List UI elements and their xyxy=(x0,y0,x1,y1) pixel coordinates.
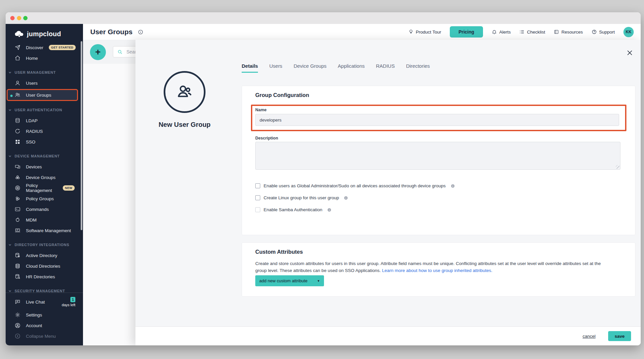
sidebar-item-cloud-directories[interactable]: Cloud Directories xyxy=(6,261,83,271)
user-group-avatar-icon xyxy=(164,71,205,113)
checklist-button[interactable]: Checklist xyxy=(519,29,545,35)
group-name-input[interactable] xyxy=(255,114,619,126)
software-management-icon xyxy=(15,227,21,233)
panel-title: New User Group xyxy=(135,121,234,129)
sidebar-item-device-groups[interactable]: Device Groups xyxy=(6,172,83,183)
custom-attributes-heading: Custom Attributes xyxy=(255,249,303,255)
info-icon[interactable] xyxy=(344,196,348,200)
sidebar-item-sso[interactable]: SSO xyxy=(6,136,83,147)
mdm-apple-icon xyxy=(15,217,21,223)
bell-icon xyxy=(492,29,497,35)
add-group-button[interactable]: + xyxy=(90,44,106,60)
sidebar-item-policy-groups[interactable]: Policy Groups xyxy=(6,193,83,204)
home-icon xyxy=(15,55,21,61)
sidebar-item-users[interactable]: Users xyxy=(6,78,83,88)
sidebar-scrollbar-thumb[interactable] xyxy=(81,41,82,230)
tab-radius[interactable]: RADIUS xyxy=(376,63,395,73)
chevron-down-icon xyxy=(8,242,12,247)
user-avatar[interactable]: KK xyxy=(623,27,634,37)
sidebar-item-live-chat[interactable]: Live Chat 1 days left xyxy=(6,294,83,310)
sidebar-item-hr-directories[interactable]: HR Directories xyxy=(6,271,83,282)
sidebar-item-collapse-menu[interactable]: Collapse Menu xyxy=(6,331,83,341)
tab-directories[interactable]: Directories xyxy=(406,63,430,73)
sidebar-item-settings[interactable]: Settings xyxy=(6,310,83,320)
window-titlebar xyxy=(6,12,641,24)
sidebar-item-account[interactable]: Account xyxy=(6,320,83,331)
support-button[interactable]: Support xyxy=(592,29,615,35)
product-tour-icon xyxy=(408,29,414,35)
close-window-button[interactable] xyxy=(10,16,15,20)
tab-details[interactable]: Details xyxy=(242,63,258,73)
active-directory-icon xyxy=(15,252,21,258)
trial-countdown: 1 days left xyxy=(62,297,75,307)
group-configuration-card: Group Configuration Name Description Ena… xyxy=(242,86,635,235)
add-custom-attribute-button[interactable]: add new custom attribute ▼ xyxy=(255,275,324,286)
sidebar-item-commands[interactable]: Commands xyxy=(6,204,83,215)
alerts-button[interactable]: Alerts xyxy=(492,29,511,35)
learn-more-link[interactable]: Learn more about how to use group inheri… xyxy=(382,268,492,273)
info-icon[interactable] xyxy=(327,208,332,212)
sidebar-divider xyxy=(6,293,83,293)
policy-groups-icon xyxy=(15,196,21,202)
question-circle-icon xyxy=(592,29,597,35)
sidebar-section-user-authentication[interactable]: USER AUTHENTICATION xyxy=(6,105,83,115)
radius-icon xyxy=(15,128,21,134)
header-menu: Product Tour Pricing Alerts Checklist Re… xyxy=(408,26,641,38)
logo-text: jumpcloud xyxy=(27,30,61,38)
description-textarea[interactable] xyxy=(255,142,620,170)
sidebar-item-user-groups[interactable]: User Groups xyxy=(7,89,78,101)
chevron-down-icon xyxy=(8,154,12,158)
caret-down-icon: ▼ xyxy=(317,279,320,283)
collapse-menu-icon xyxy=(15,333,21,339)
info-icon[interactable] xyxy=(138,29,143,35)
close-icon[interactable] xyxy=(626,48,635,57)
sidebar-section-user-management[interactable]: USER MANAGEMENT xyxy=(6,67,83,78)
product-tour-button[interactable]: Product Tour xyxy=(408,29,441,35)
save-button[interactable]: save xyxy=(608,331,631,341)
ldap-icon xyxy=(15,118,21,124)
sidebar-item-radius[interactable]: RADIUS xyxy=(6,126,83,136)
sso-icon xyxy=(15,139,21,145)
sidebar-item-home[interactable]: Home xyxy=(6,53,83,63)
pricing-button[interactable]: Pricing xyxy=(450,26,483,38)
custom-attributes-description: Create and store custom attributes for u… xyxy=(255,260,601,274)
group-configuration-heading: Group Configuration xyxy=(255,92,309,98)
name-label: Name xyxy=(255,108,267,112)
tab-applications[interactable]: Applications xyxy=(338,63,365,73)
minimize-window-button[interactable] xyxy=(17,16,21,20)
textarea-resize-handle[interactable] xyxy=(616,165,619,169)
sidebar-section-directory-integrations[interactable]: DIRECTORY INTEGRATIONS xyxy=(6,239,83,250)
sidebar-item-devices[interactable]: Devices xyxy=(6,161,83,172)
account-icon xyxy=(15,322,21,328)
commands-icon xyxy=(15,206,21,212)
jumpcloud-logo[interactable]: jumpcloud xyxy=(6,24,83,39)
sidebar-item-policy-management[interactable]: Policy Management NEW xyxy=(6,183,83,193)
search-icon xyxy=(117,49,123,55)
resources-button[interactable]: Resources xyxy=(554,29,583,35)
chevron-down-icon xyxy=(8,108,12,112)
book-icon xyxy=(554,29,559,35)
sidebar-item-mdm[interactable]: MDM xyxy=(6,215,83,225)
sidebar-item-software-management[interactable]: Software Management xyxy=(6,225,83,236)
cancel-button[interactable]: cancel xyxy=(583,334,596,339)
checkbox-row-samba: Enable Samba Authentication xyxy=(255,207,332,212)
new-user-group-panel: New User Group Details Users Device Grou… xyxy=(135,40,641,345)
sidebar-item-active-directory[interactable]: Active Directory xyxy=(6,250,83,261)
zoom-window-button[interactable] xyxy=(23,16,28,20)
tab-users[interactable]: Users xyxy=(269,63,282,73)
sidebar-item-ldap[interactable]: LDAP xyxy=(6,115,83,126)
chevron-down-icon xyxy=(8,70,12,75)
linux-group-checkbox[interactable] xyxy=(255,195,260,200)
gear-icon xyxy=(15,312,21,318)
get-started-badge: GET STARTED xyxy=(49,45,76,50)
sidebar-section-device-management[interactable]: DEVICE MANAGEMENT xyxy=(6,151,83,161)
info-icon[interactable] xyxy=(450,184,455,188)
global-admin-checkbox[interactable] xyxy=(255,183,260,188)
sidebar-item-discover[interactable]: Discover GET STARTED xyxy=(6,42,83,53)
samba-auth-checkbox[interactable] xyxy=(255,207,260,212)
panel-footer: cancel save xyxy=(135,326,641,345)
checkbox-row-global-admin: Enable users as Global Administrator/Sud… xyxy=(255,183,455,188)
device-groups-icon xyxy=(15,174,21,180)
checkbox-row-linux-group: Create Linux group for this user group xyxy=(255,195,348,200)
tab-device-groups[interactable]: Device Groups xyxy=(293,63,326,73)
